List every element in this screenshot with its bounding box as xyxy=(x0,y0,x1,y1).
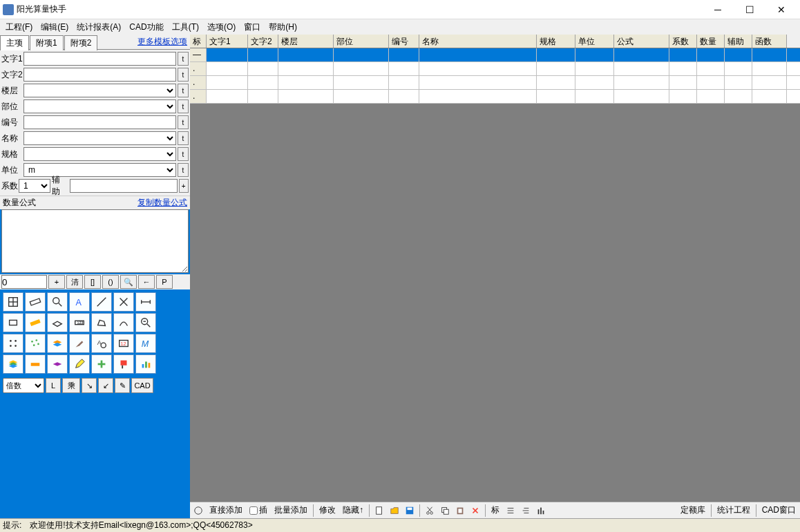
table-cell[interactable] xyxy=(207,62,248,75)
calc-clear-button[interactable]: 清 xyxy=(66,275,83,289)
table-cell[interactable]: . xyxy=(190,62,207,75)
hide-button[interactable]: 隐藏↑ xyxy=(340,504,366,517)
table-cell[interactable] xyxy=(537,76,575,89)
table-cell[interactable] xyxy=(752,48,787,61)
table-cell[interactable] xyxy=(278,76,334,89)
table-cell[interactable] xyxy=(334,90,389,103)
table-cell[interactable] xyxy=(752,76,787,89)
table-cell[interactable] xyxy=(248,76,278,89)
more-templates-link[interactable]: 更多模板选项 xyxy=(137,36,187,48)
table-cell[interactable] xyxy=(725,76,752,89)
table-cell[interactable] xyxy=(725,48,752,61)
edit-button[interactable]: ✎ xyxy=(115,378,130,393)
menu-stats[interactable]: 统计报表(A) xyxy=(73,20,125,35)
tool-line-icon[interactable] xyxy=(91,292,112,312)
table-cell[interactable] xyxy=(614,90,669,103)
menu-help[interactable]: 帮助(H) xyxy=(265,20,301,35)
tool-dots-icon[interactable] xyxy=(3,334,23,353)
table-cell[interactable] xyxy=(537,90,575,103)
table-cell[interactable] xyxy=(614,62,669,75)
stat-project-button[interactable]: 统计工程 xyxy=(714,504,753,517)
tool-isom-icon[interactable] xyxy=(47,313,68,332)
num-t-button[interactable]: t xyxy=(178,115,189,129)
indent-icon[interactable] xyxy=(519,504,533,517)
spec-select[interactable] xyxy=(23,147,176,161)
mark-button[interactable]: 标 xyxy=(488,504,502,517)
table-cell[interactable] xyxy=(248,62,278,75)
col-aux[interactable]: 辅助 xyxy=(725,35,752,48)
table-cell[interactable] xyxy=(278,62,334,75)
copy-icon[interactable] xyxy=(438,504,452,517)
table-cell[interactable] xyxy=(575,90,614,103)
insert-checkbox[interactable]: 插 xyxy=(247,504,270,516)
tool-textsearch-icon[interactable]: A xyxy=(91,334,112,353)
minimize-button[interactable]: ─ xyxy=(702,0,734,19)
save-icon[interactable] xyxy=(403,504,417,517)
multiply-select[interactable]: 倍数 xyxy=(3,378,44,393)
table-cell[interactable] xyxy=(334,48,389,61)
table-cell[interactable] xyxy=(419,76,537,89)
unit-t-button[interactable]: t xyxy=(178,163,189,177)
table-cell[interactable] xyxy=(752,62,787,75)
tool-ruler2-icon[interactable] xyxy=(25,313,46,332)
table-cell[interactable] xyxy=(614,76,669,89)
tab-aux2[interactable]: 附项2 xyxy=(64,35,98,50)
grid-body[interactable]: —... xyxy=(190,48,800,502)
table-cell[interactable] xyxy=(725,62,752,75)
floor-select[interactable] xyxy=(23,84,176,97)
table-cell[interactable] xyxy=(419,48,537,61)
table-cell[interactable] xyxy=(575,62,614,75)
num-input[interactable] xyxy=(23,115,176,129)
name-t-button[interactable]: t xyxy=(178,131,189,145)
col-qty[interactable]: 数量 xyxy=(697,35,725,48)
calc-back-button[interactable]: ← xyxy=(138,275,155,289)
arrow-bl-button[interactable]: ↙ xyxy=(98,378,113,393)
tool-measure-icon[interactable] xyxy=(135,292,156,312)
table-cell[interactable] xyxy=(614,48,669,61)
menu-window[interactable]: 窗口 xyxy=(240,20,265,35)
delete-icon[interactable] xyxy=(468,504,482,517)
table-cell[interactable]: . xyxy=(190,90,207,103)
table-cell[interactable] xyxy=(697,90,725,103)
tool-dim-icon[interactable]: 123 xyxy=(69,313,90,332)
menu-tools[interactable]: 工具(T) xyxy=(168,20,203,35)
quota-lib-button[interactable]: 定额库 xyxy=(678,504,708,517)
table-cell[interactable] xyxy=(752,90,787,103)
table-cell[interactable] xyxy=(419,62,537,75)
table-cell[interactable] xyxy=(669,90,697,103)
table-cell[interactable] xyxy=(278,48,334,61)
tool-layers3-icon[interactable] xyxy=(47,354,68,374)
table-cell[interactable]: — xyxy=(190,48,207,61)
tool-cross-icon[interactable] xyxy=(113,292,134,312)
aux-input[interactable] xyxy=(70,179,178,193)
col-floor[interactable]: 楼层 xyxy=(278,35,334,48)
col-name[interactable]: 名称 xyxy=(419,35,537,48)
qty-textarea[interactable] xyxy=(1,209,189,273)
calc-input[interactable] xyxy=(1,275,47,289)
table-cell[interactable] xyxy=(389,90,419,103)
tool-num-icon[interactable]: 12 xyxy=(113,334,134,353)
table-cell[interactable] xyxy=(537,62,575,75)
text1-t-button[interactable]: t xyxy=(178,52,189,66)
table-cell[interactable] xyxy=(389,62,419,75)
tool-brush-icon[interactable] xyxy=(69,334,90,353)
tool-grid-icon[interactable] xyxy=(3,292,23,312)
circle-icon[interactable] xyxy=(191,504,205,517)
calc-paren-button[interactable]: () xyxy=(102,275,119,289)
new-icon[interactable] xyxy=(372,504,386,517)
unit-select[interactable]: m xyxy=(23,163,176,177)
batch-add-button[interactable]: 批量添加 xyxy=(272,504,310,517)
part-t-button[interactable]: t xyxy=(178,99,189,113)
tool-pen-icon[interactable] xyxy=(69,354,90,374)
list-icon[interactable] xyxy=(504,504,517,517)
col-text1[interactable]: 文字1 xyxy=(207,35,248,48)
paste-icon[interactable] xyxy=(453,504,467,517)
tool-plus-icon[interactable] xyxy=(91,354,112,374)
tool-text-icon[interactable]: A xyxy=(69,292,90,312)
col-func[interactable]: 函数 xyxy=(752,35,787,48)
coef-select[interactable]: 1 xyxy=(19,179,50,193)
table-cell[interactable] xyxy=(669,76,697,89)
multiply-button[interactable]: 乘 xyxy=(62,378,80,393)
table-cell[interactable] xyxy=(389,48,419,61)
open-icon[interactable] xyxy=(388,504,401,517)
